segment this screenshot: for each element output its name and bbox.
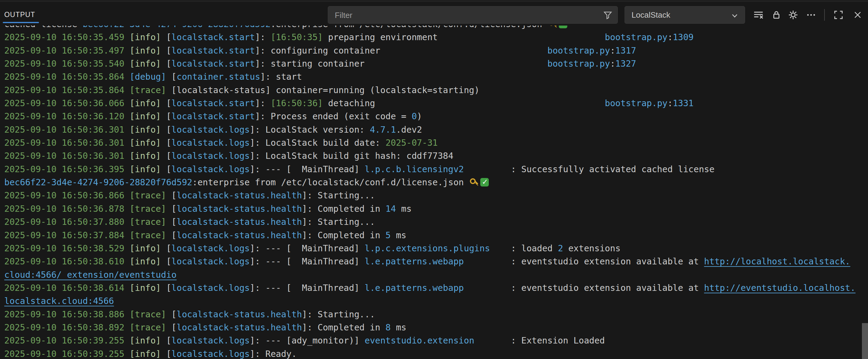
log-text: [info] <box>130 59 166 69</box>
more-actions-button[interactable] <box>804 8 818 22</box>
log-text: [ <box>166 125 172 135</box>
column-pad <box>474 335 511 346</box>
check-emoji-icon <box>480 178 489 187</box>
vertical-scrollbar-thumb[interactable] <box>862 323 868 359</box>
log-text: [info] <box>130 138 166 148</box>
log-text: bootstrap.py <box>605 32 668 42</box>
log-text: Ready. <box>266 349 297 359</box>
log-line: 2025-09-10 16:50:36.301 [info] [localsta… <box>4 150 868 162</box>
log-text: [trace] <box>130 230 166 240</box>
log-text: localstack.start <box>172 98 255 108</box>
log-text: localstack-status.health <box>177 309 302 320</box>
filter-funnel-icon <box>603 10 613 20</box>
log-text: ]: <box>250 125 265 135</box>
maximize-panel-button[interactable] <box>832 8 845 22</box>
log-line: 2025-09-10 16:50:35.864 [trace] [localst… <box>4 84 868 97</box>
log-text: l.e.patterns.webapp <box>365 257 464 266</box>
clear-output-icon <box>753 9 764 21</box>
log-text: ]: Starting... <box>302 217 375 227</box>
channel-select[interactable]: LocalStack <box>624 6 745 24</box>
log-text: 2025-09-10 16:50:36.301 <box>4 138 130 148</box>
log-link[interactable]: http://eventstudio.localhost. <box>704 283 856 293</box>
column-pad <box>464 283 511 293</box>
log-text: [ <box>166 230 177 240</box>
log-text: : Successfully activated cached license <box>511 164 714 174</box>
tab-active-underline <box>3 22 39 23</box>
log-line: 2025-09-10 16:50:39.255 [info] [localsta… <box>4 348 868 359</box>
log-text: [16:50:35] <box>271 32 323 42</box>
log-text: eventstudio.extension <box>365 335 474 346</box>
log-text: [ <box>166 335 172 346</box>
log-text: ]: Starting... <box>302 191 375 200</box>
log-line: 2025-09-10 16:50:38.529 [info] [localsta… <box>4 242 868 255</box>
column-pad <box>380 46 547 56</box>
log-text: 2025-09-10 16:50:35.864 <box>4 85 130 95</box>
log-text: [ <box>166 204 177 214</box>
log-text: 2025-09-10 16:50:36.878 <box>4 204 130 214</box>
log-text: [ <box>166 138 172 148</box>
log-text: [trace] <box>130 309 166 320</box>
log-text: ]: <box>250 243 265 254</box>
clear-output-button[interactable] <box>752 8 765 22</box>
log-line: 2025-09-10 16:50:35.459 [info] [localsta… <box>4 31 868 44</box>
log-text: [trace] <box>130 217 166 227</box>
log-text: [ <box>166 59 172 69</box>
tab-output[interactable]: OUTPUT <box>3 9 40 23</box>
log-text: : loaded <box>511 243 558 254</box>
channel-selected-value: LocalStack <box>631 10 670 20</box>
log-text: ]: <box>255 32 271 42</box>
log-text: localstack.logs <box>172 243 250 254</box>
log-text: localstack.logs <box>172 164 250 174</box>
close-panel-button[interactable] <box>851 8 864 22</box>
log-text: .dev2 <box>396 125 422 135</box>
log-text: [trace] <box>130 323 166 332</box>
log-text: localstack.start <box>172 111 255 121</box>
settings-button[interactable] <box>786 8 800 22</box>
log-line: 2025-09-10 16:50:36.301 [info] [localsta… <box>4 123 868 136</box>
log-link[interactable]: http://localhost.localstack. <box>704 257 850 266</box>
log-text: ]: <box>250 335 265 346</box>
log-line: 2025-09-10 16:50:38.886 [trace] [localst… <box>4 308 868 321</box>
log-text: ]: start <box>260 72 302 82</box>
lock-auto-scroll-button[interactable] <box>770 8 783 22</box>
log-text: ]: Completed in <box>302 323 385 332</box>
log-text: localstack.logs <box>172 335 250 346</box>
log-text: : <box>610 46 615 56</box>
log-text: 2025-09-10 16:50:38.529 <box>4 243 130 254</box>
log-line: 2025-09-10 16:50:39.255 [info] [localsta… <box>4 334 868 347</box>
log-text: bootstrap.py <box>548 59 610 69</box>
log-text: [16:50:36] <box>271 98 323 108</box>
log-text: ]: <box>250 151 265 161</box>
log-line: 2025-09-10 16:50:36.395 [info] [localsta… <box>4 163 868 176</box>
log-text: localstack.logs <box>172 151 250 161</box>
log-text: [ <box>166 323 177 332</box>
panel-header: OUTPUT Filter LocalStack <box>0 0 868 26</box>
log-text: localstack-status.health <box>177 230 302 240</box>
log-text: 2025-09-10 16:50:38.892 <box>4 323 130 332</box>
log-text: localstack.logs <box>172 257 250 266</box>
log-line: 2025-09-10 16:50:36.301 [info] [localsta… <box>4 136 868 150</box>
log-text: [ <box>166 349 172 359</box>
log: cached license bec66f22-3d4e-4274-9206-2… <box>4 18 868 359</box>
ellipsis-icon <box>806 9 816 21</box>
log-text: 2025-09-10 16:50:36.301 <box>4 151 130 161</box>
log-line: 2025-09-10 16:50:36.066 [info] [localsta… <box>4 97 868 110</box>
log-text: ]: <box>255 111 271 121</box>
log-text: [ <box>166 164 172 174</box>
log-text: ms <box>391 230 406 240</box>
log-text: [ <box>166 243 172 254</box>
log-text: bec66f22-3d4e-4274-9206-28820f76d592 <box>4 177 192 187</box>
log-text: : eventstudio extension available at <box>511 257 704 266</box>
log-link[interactable]: cloud:4566/_extension/eventstudio <box>4 270 177 280</box>
filter-input[interactable]: Filter <box>328 6 618 24</box>
log-link[interactable]: localstack.cloud:4566 <box>4 296 114 306</box>
filter-placeholder: Filter <box>335 11 352 20</box>
log-text: --- [ady_monitor)] <box>266 335 365 346</box>
log-text: ]: <box>255 98 271 108</box>
log-line: 2025-09-10 16:50:36.120 [info] [localsta… <box>4 110 868 123</box>
log-line: localstack.cloud:4566 <box>4 294 868 307</box>
log-text: [info] <box>130 243 166 254</box>
toolbar-divider <box>824 9 825 21</box>
log-text: ]: <box>250 283 265 293</box>
log-text: : eventstudio extension available at <box>511 283 704 293</box>
